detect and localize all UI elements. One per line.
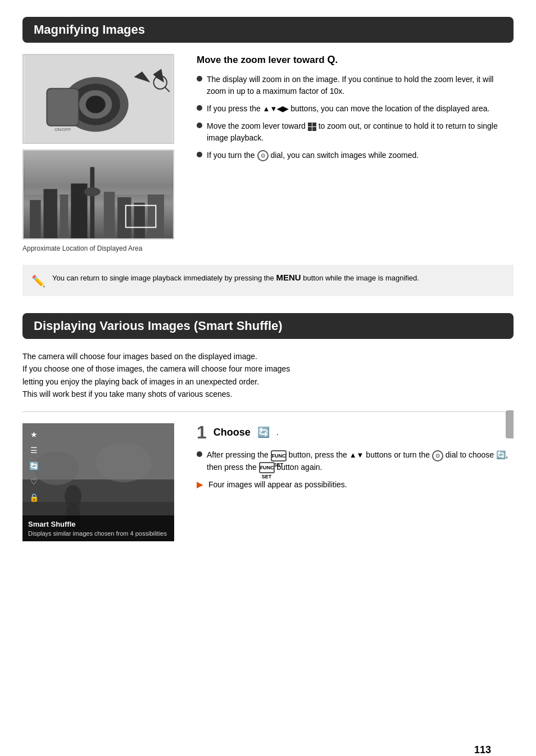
bullet-dot — [197, 123, 202, 128]
shuffle-menu-icons: ★ ☰ 🔄 ♡ 🔒 — [28, 429, 39, 503]
svg-rect-14 — [30, 200, 41, 238]
step-bullet-list: After pressing the FUNCSET button, press… — [197, 449, 514, 473]
list-menu-icon: ☰ — [28, 445, 39, 456]
star-menu-icon: ★ — [28, 429, 39, 440]
note-text: You can return to single image playback … — [52, 271, 419, 284]
note-box: ✏️ You can return to single image playba… — [22, 265, 514, 296]
svg-rect-6 — [47, 89, 78, 125]
grid-zoom-icon — [308, 123, 316, 131]
step-number: 1 — [197, 423, 207, 441]
arrow-down-icon: ▼ — [270, 103, 277, 115]
arrow-down-2-icon: ▼ — [357, 450, 364, 461]
svg-rect-16 — [60, 194, 69, 238]
bullet-list: The display will zoom in on the image. I… — [197, 74, 514, 161]
menu-label: MENU — [276, 273, 301, 282]
smart-shuffle-desc: Displays similar images chosen from 4 po… — [28, 530, 169, 537]
svg-point-4 — [86, 96, 106, 113]
svg-rect-21 — [117, 197, 131, 238]
protect-menu-icon: 🔒 — [28, 492, 39, 503]
svg-point-28 — [34, 451, 79, 485]
func-set-icon-2: FUNCSET — [259, 462, 275, 473]
heart-menu-icon: ♡ — [28, 476, 39, 487]
step-symbol: 🔄 — [257, 426, 270, 438]
svg-point-19 — [84, 187, 101, 196]
bullet-dot — [197, 76, 202, 82]
magnify-header: Magnifying Images — [22, 17, 514, 43]
zoom-title: Move the zoom lever toward Q. — [197, 54, 514, 66]
shuffle-menu-icon: 🔄 — [28, 460, 39, 472]
camera-image: ON/OFF — [22, 54, 174, 144]
func-set-icon-1: FUNCSET — [271, 450, 287, 461]
bullet-item-3: Move the zoom lever toward to zoom out, … — [197, 120, 514, 144]
svg-rect-18 — [90, 167, 94, 238]
bullet-item-1: The display will zoom in on the image. I… — [197, 74, 514, 97]
page-tab — [506, 410, 514, 438]
divider — [22, 411, 514, 412]
intro-text: The camera will choose four images based… — [22, 350, 514, 401]
svg-rect-15 — [44, 189, 57, 238]
bullet-dot — [197, 105, 202, 111]
city-image — [22, 150, 174, 239]
smart-shuffle-title: Smart Shuffle — [28, 520, 169, 528]
arrow-right-icon: ▶ — [283, 103, 288, 115]
svg-point-29 — [96, 443, 152, 482]
step-left: ★ ☰ 🔄 ♡ 🔒 Smart Shuffle Displays similar… — [22, 423, 180, 541]
dial-2-icon: ⊙ — [432, 450, 443, 461]
svg-rect-20 — [104, 192, 115, 238]
dial-icon: ⊙ — [257, 150, 269, 161]
arrow-left-icon: ◀ — [277, 103, 283, 115]
bullet-dot — [197, 152, 202, 157]
smart-shuffle-overlay: Smart Shuffle Displays similar images ch… — [22, 515, 174, 541]
magnify-content: ON/OFF — [22, 54, 514, 253]
magnify-right: Move the zoom lever toward Q. The displa… — [197, 54, 514, 167]
smart-shuffle-image: ★ ☰ 🔄 ♡ 🔒 Smart Shuffle Displays similar… — [22, 423, 174, 541]
magnify-section: Magnifying Images — [22, 17, 514, 296]
step-title: Choose — [214, 427, 251, 438]
bullet-dot — [197, 451, 202, 457]
magnify-left: ON/OFF — [22, 54, 180, 253]
arrow-up-2-icon: ▲ — [349, 450, 357, 461]
image-caption: Approximate Location of Displayed Area — [22, 244, 180, 253]
pencil-icon: ✏️ — [31, 273, 46, 289]
bullet-item-2: If you press the ▲▼◀▶ buttons, you can m… — [197, 103, 514, 115]
shuffle-section: Displaying Various Images (Smart Shuffle… — [22, 313, 514, 542]
svg-rect-13 — [24, 151, 172, 194]
svg-point-31 — [65, 485, 81, 508]
arrow-up-icon: ▲ — [263, 103, 270, 115]
page-number: 113 — [474, 744, 491, 756]
step-right: 1 Choose 🔄. After pressing the FUNCSET b… — [197, 423, 514, 489]
step-bullet-1: After pressing the FUNCSET button, press… — [197, 449, 514, 473]
svg-text:ON/OFF: ON/OFF — [54, 127, 71, 132]
result-arrow-icon: ▶ — [197, 480, 203, 489]
step-content: ★ ☰ 🔄 ♡ 🔒 Smart Shuffle Displays similar… — [22, 423, 514, 541]
result-line: ▶ Four images will appear as possibiliti… — [197, 480, 514, 489]
step-header: 1 Choose 🔄. — [197, 423, 514, 441]
shuffle-icon: 🔄 — [496, 450, 506, 459]
bullet-item-4: If you turn the ⊙ dial, you can switch i… — [197, 150, 514, 161]
shuffle-header: Displaying Various Images (Smart Shuffle… — [22, 313, 514, 339]
svg-rect-22 — [134, 203, 145, 238]
